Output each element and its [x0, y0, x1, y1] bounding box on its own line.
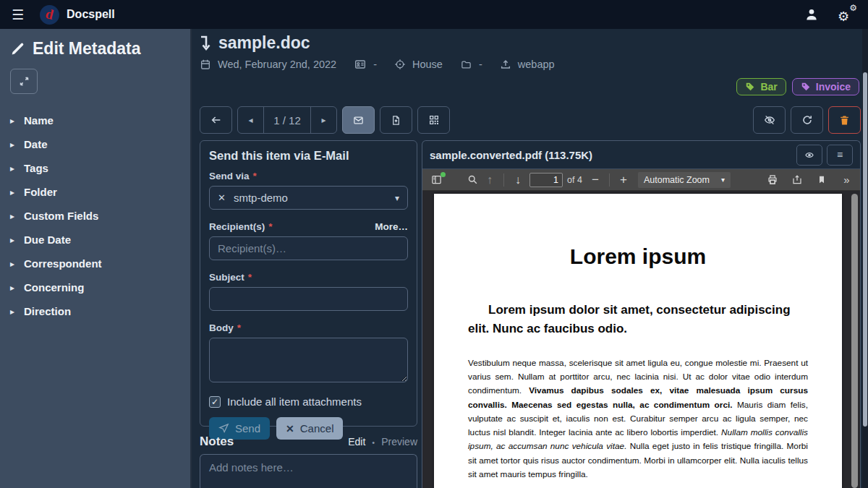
send-mail-button[interactable] [342, 106, 375, 134]
pdf-bookmark-button[interactable] [813, 171, 830, 189]
attachment-menu-button[interactable]: ≡ [827, 145, 853, 166]
recipients-input[interactable] [209, 236, 408, 260]
notes-section: Notes Edit • Preview Add notes here… [200, 435, 417, 488]
document-paragraph: Vestibulum neque massa, scelerisque sit … [468, 356, 808, 481]
expand-button[interactable] [10, 69, 38, 94]
body-textarea[interactable] [209, 338, 408, 382]
tag-invoice[interactable]: Invoice [792, 78, 859, 95]
notification-dot [441, 172, 446, 177]
reprocess-button[interactable] [791, 106, 823, 134]
item-date: Wed, February 2nd, 2022 [218, 59, 336, 70]
add-files-button[interactable] [380, 106, 412, 134]
sidebar-item-date[interactable]: ▸Date [10, 138, 180, 150]
pdf-viewport: Lorem ipsum Lorem ipsum dolor sit amet, … [422, 191, 860, 488]
pdf-download-button[interactable] [788, 171, 806, 189]
download-icon [791, 174, 803, 185]
clear-selection-icon[interactable]: ✕ [218, 192, 226, 203]
qr-code-icon [428, 114, 440, 126]
sidebar-item-due-date[interactable]: ▸Due Date [10, 234, 180, 246]
tag-bar[interactable]: Bar [736, 78, 786, 95]
pagination-control: ◂ 1 / 12 ▸ [237, 106, 337, 134]
pdf-more-tools-button[interactable]: » [838, 171, 855, 189]
back-button[interactable] [200, 106, 232, 134]
pdf-zoom-in-button[interactable]: + [615, 171, 632, 189]
dot-separator: • [372, 438, 375, 447]
trash-icon [839, 114, 850, 127]
close-icon: ✕ [286, 423, 294, 435]
pdf-sidebar-toggle-button[interactable] [427, 171, 445, 189]
settings-gears-icon[interactable]: ⚙⚙ [838, 6, 856, 23]
sidebar-item-custom-fields[interactable]: ▸Custom Fields [10, 210, 180, 222]
caret-right-icon: ▸ [10, 260, 14, 268]
page-scrollbar[interactable] [862, 29, 868, 488]
send-via-label: Send via [209, 171, 250, 181]
caret-right-icon: ▸ [10, 307, 14, 316]
notes-edit-tab[interactable]: Edit [348, 436, 365, 448]
hamburger-menu-icon[interactable]: ☰ [12, 7, 24, 23]
caret-right-icon: ▸ [10, 188, 14, 197]
body-label: Body [209, 322, 234, 333]
chevron-down-icon: ▾ [721, 176, 725, 184]
item-correspondent: - [373, 59, 377, 70]
sidebar-item-direction[interactable]: ▸Direction [10, 305, 180, 317]
document-heading: Lorem ipsum [468, 244, 808, 269]
folder-icon [460, 59, 472, 70]
pencil-icon [10, 41, 25, 56]
pdf-zoom-select[interactable]: Automatic Zoom ▾ [638, 172, 731, 188]
item-title-row: sample.doc [200, 33, 310, 53]
pdf-zoom-out-button[interactable]: − [587, 171, 604, 189]
eye-slash-icon [763, 114, 776, 126]
delete-button[interactable] [828, 106, 861, 134]
sidebar-item-folder[interactable]: ▸Folder [10, 186, 180, 198]
pdf-next-page-button[interactable]: ↓ [509, 171, 527, 189]
more-recipients-link[interactable]: More… [375, 221, 408, 232]
pdf-page-count: of 4 [567, 175, 582, 185]
send-via-select[interactable]: ✕ smtp-demo ▾ [209, 186, 408, 210]
sidebar-item-concerning[interactable]: ▸Concerning [10, 281, 180, 294]
item-source: webapp [518, 59, 555, 70]
calendar-icon [200, 59, 211, 70]
prev-page-button[interactable]: ◂ [238, 107, 264, 133]
recipients-label: Recipient(s) [209, 221, 265, 232]
subject-input[interactable] [209, 287, 408, 311]
sidebar-title: Edit Metadata [33, 39, 141, 59]
next-page-button[interactable]: ▸ [310, 107, 336, 133]
sidebar-item-correspondent[interactable]: ▸Correspondent [10, 257, 180, 270]
caret-right-icon: ▸ [10, 164, 14, 173]
attachments-checkbox[interactable]: ✓ [209, 396, 221, 408]
printer-icon [767, 174, 778, 185]
sidebar-item-tags[interactable]: ▸Tags [10, 162, 180, 174]
top-bar: ☰ d Docspell ⚙⚙ [0, 0, 868, 29]
user-icon[interactable] [804, 7, 819, 22]
pdf-page-input[interactable] [529, 173, 563, 187]
subject-label: Subject [209, 272, 244, 283]
pdf-scrollbar[interactable] [851, 194, 858, 488]
pdf-toolbar: ↑ ↓ of 4 − + Automatic Zoom ▾ [422, 169, 860, 191]
document-lead-paragraph: Lorem ipsum dolor sit amet, consectetur … [468, 301, 808, 338]
pdf-search-button[interactable] [464, 171, 481, 189]
sidebar-item-name[interactable]: ▸Name [10, 114, 180, 127]
qr-code-button[interactable] [417, 106, 450, 134]
id-card-icon [354, 59, 367, 70]
tag-icon [745, 82, 755, 92]
item-toolbar: ◂ 1 / 12 ▸ [200, 106, 450, 134]
pdf-print-button[interactable] [764, 171, 781, 189]
unconfirm-button[interactable] [753, 106, 786, 134]
notes-textarea[interactable]: Add notes here… [200, 454, 417, 488]
attachment-view-button[interactable] [796, 145, 822, 166]
page-indicator: 1 / 12 [264, 107, 310, 133]
docspell-logo: d [40, 5, 59, 25]
pdf-page: Lorem ipsum Lorem ipsum dolor sit amet, … [434, 194, 842, 488]
caret-right-icon: ▸ [10, 283, 14, 292]
attachment-title: sample.converted.pdf (113.75K) [430, 149, 592, 161]
arrow-left-icon [210, 114, 223, 126]
attachments-checkbox-label: Include all item attachments [227, 395, 362, 408]
pdf-prev-page-button[interactable]: ↑ [481, 171, 498, 189]
crosshair-icon [394, 59, 406, 70]
caret-right-icon: ▸ [10, 236, 14, 244]
level-down-arrow-icon [200, 35, 212, 51]
docspell-app: ☰ d Docspell ⚙⚙ Edit Metadata ▸Name ▸Dat… [0, 0, 868, 488]
notes-preview-tab[interactable]: Preview [381, 436, 417, 448]
bookmark-icon [817, 174, 826, 185]
edit-metadata-sidebar: Edit Metadata ▸Name ▸Date ▸Tags ▸Folder … [0, 29, 192, 488]
